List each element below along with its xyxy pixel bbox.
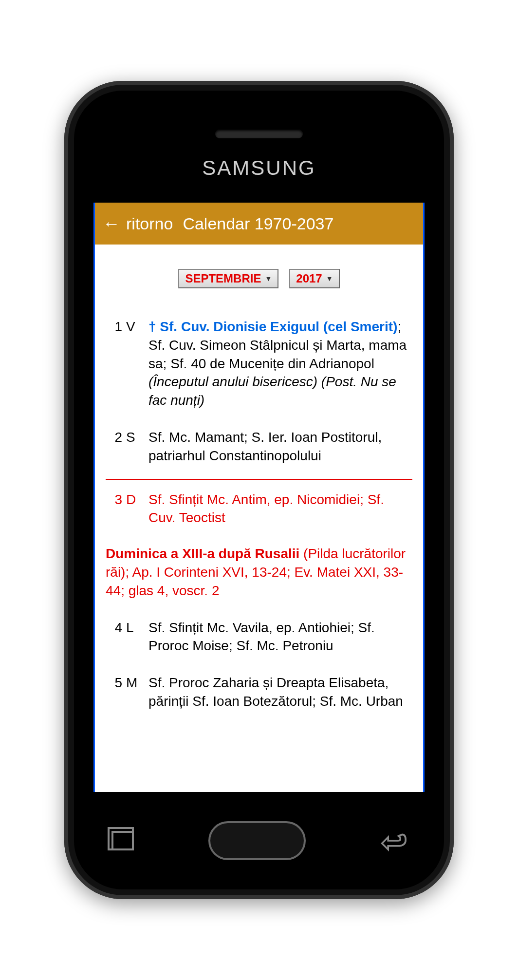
sunday-block: 3 D Sf. Sfințit Mc. Antim, ep. Nicomidie… xyxy=(106,479,412,614)
sunday-title: Duminica a XIII-a după Rusalii xyxy=(106,546,299,561)
month-select[interactable]: SEPTEMBRIE ▼ xyxy=(178,269,278,288)
day-description: Sf. Proroc Zaharia și Dreapta Elisabeta,… xyxy=(148,674,412,711)
feast-note: (Începutul anului bisericesc) (Post. Nu … xyxy=(148,374,396,408)
hardware-back-button[interactable] xyxy=(380,830,407,851)
year-value: 2017 xyxy=(296,272,322,285)
day-row: 2 S Sf. Mc. Mamant; S. Ier. Ioan Postito… xyxy=(106,423,412,479)
day-number: 2 xyxy=(106,428,126,447)
back-arrow-icon[interactable]: ← xyxy=(103,215,120,232)
chevron-down-icon: ▼ xyxy=(326,275,333,283)
speaker-grille xyxy=(215,130,303,138)
brand-label: SAMSUNG xyxy=(202,156,315,180)
day-row: 4 L Sf. Sfințit Mc. Vavila, ep. Antiohie… xyxy=(106,614,412,669)
day-row: 5 M Sf. Proroc Zaharia și Dreapta Elisab… xyxy=(106,669,412,724)
phone-inner: SAMSUNG ← ritorno Calendar 1970-2037 SEP… xyxy=(74,91,444,889)
home-button[interactable] xyxy=(208,821,306,860)
feast-highlight: Sf. Cuv. Dionisie Exiguul (cel Smerit) xyxy=(160,319,397,334)
day-letter: V xyxy=(126,318,148,336)
back-icon xyxy=(380,830,407,851)
cross-icon: † xyxy=(148,319,156,334)
month-value: SEPTEMBRIE xyxy=(185,272,261,285)
day-row: 3 D Sf. Sfințit Mc. Antim, ep. Nicomidie… xyxy=(106,486,412,541)
chevron-down-icon: ▼ xyxy=(265,275,272,283)
day-number: 4 xyxy=(106,619,126,637)
day-row: 1 V † Sf. Cuv. Dionisie Exiguul (cel Sme… xyxy=(106,313,412,423)
day-number: 5 xyxy=(106,674,126,692)
day-letter: D xyxy=(126,490,148,509)
day-description: Sf. Mc. Mamant; S. Ier. Ioan Postitorul,… xyxy=(148,428,412,465)
day-description: Sf. Sfințit Mc. Antim, ep. Nicomidiei; S… xyxy=(148,490,412,528)
year-select[interactable]: 2017 ▼ xyxy=(289,269,339,288)
day-number: 1 xyxy=(106,318,126,336)
recent-apps-icon xyxy=(111,831,134,850)
day-letter: L xyxy=(126,619,148,637)
day-letter: S xyxy=(126,428,148,447)
date-selectors: SEPTEMBRIE ▼ 2017 ▼ xyxy=(95,245,423,308)
recent-apps-button[interactable] xyxy=(111,831,134,850)
day-description: Sf. Sfințit Mc. Vavila, ep. Antiohiei; S… xyxy=(148,619,412,656)
day-letter: M xyxy=(126,674,148,692)
sunday-note: Duminica a XIII-a după Rusalii (Pilda lu… xyxy=(106,541,412,613)
hardware-buttons xyxy=(74,821,444,860)
back-label[interactable]: ritorno xyxy=(126,214,173,233)
screen: ← ritorno Calendar 1970-2037 SEPTEMBRIE … xyxy=(93,203,425,792)
day-number: 3 xyxy=(106,490,126,509)
app-bar: ← ritorno Calendar 1970-2037 xyxy=(95,203,423,245)
day-description: † Sf. Cuv. Dionisie Exiguul (cel Smerit)… xyxy=(148,318,412,410)
page-title: Calendar 1970-2037 xyxy=(183,214,333,233)
calendar-content[interactable]: 1 V † Sf. Cuv. Dionisie Exiguul (cel Sme… xyxy=(95,308,423,724)
phone-frame: SAMSUNG ← ritorno Calendar 1970-2037 SEP… xyxy=(64,81,454,899)
